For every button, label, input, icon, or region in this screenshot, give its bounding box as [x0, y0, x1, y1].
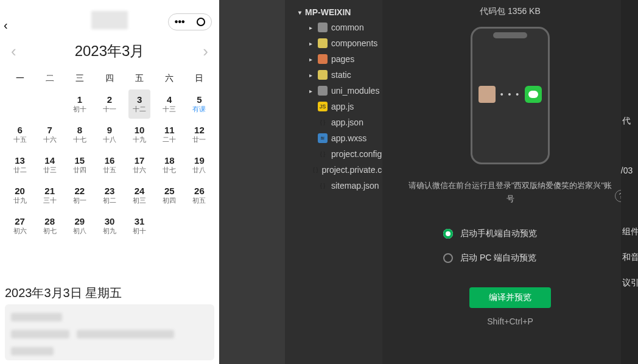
file-tree-item-label: pages [331, 54, 354, 64]
day-number: 28 [44, 217, 55, 227]
day-number: 25 [164, 186, 175, 197]
day-number: 23 [105, 186, 115, 197]
calendar-cell[interactable]: 3十二 [125, 89, 155, 119]
file-tree-item-label: uni_modules [331, 86, 379, 96]
calendar-cell [35, 89, 65, 119]
day-lunar: 初一 [73, 197, 86, 205]
day-lunar: 廿二 [13, 166, 27, 174]
day-lunar: 十三 [163, 105, 176, 113]
chevron-right-icon: ▸ [309, 72, 314, 79]
file-tree-root-label: MP-WEIXIN [305, 7, 351, 17]
day-number: 30 [105, 217, 115, 227]
calendar-cell[interactable]: 10十九 [125, 119, 155, 150]
day-lunar: 廿三 [43, 166, 57, 174]
selected-date-label: 2023年3月3日 星期五 [5, 285, 122, 301]
calendar-cell[interactable]: 6十五 [5, 119, 35, 150]
day-number: 9 [107, 125, 112, 136]
calendar-cell[interactable]: 30初九 [94, 211, 124, 241]
calendar-cell[interactable]: 20廿九 [5, 180, 35, 211]
day-number: 22 [75, 186, 85, 197]
capsule-menu-icon[interactable]: ••• [175, 16, 185, 27]
calendar-cell[interactable]: 25初四 [155, 180, 184, 211]
cal-next-icon[interactable]: › [203, 42, 208, 61]
calendar-cell[interactable]: 2十一 [94, 89, 124, 119]
day-lunar: 十七 [73, 136, 86, 144]
folder-icon [318, 23, 328, 32]
calendar-cell[interactable]: 7十六 [35, 119, 65, 150]
capsule-close-icon[interactable] [197, 18, 205, 26]
day-number: 5 [197, 95, 202, 105]
folder-icon [318, 86, 328, 96]
weekday-label: 一 [5, 68, 35, 89]
calendar-cell[interactable]: 9十八 [94, 119, 124, 150]
weekday-label: 六 [155, 68, 184, 89]
day-number: 26 [194, 186, 205, 197]
calendar-cell[interactable]: 21三十 [35, 180, 65, 211]
calendar-cell[interactable]: 22初一 [65, 180, 94, 211]
calendar-cell[interactable]: 11二十 [155, 119, 184, 150]
day-lunar: 初四 [163, 197, 176, 205]
radio-mobile-label: 启动手机端自动预览 [460, 228, 537, 239]
day-number: 12 [194, 125, 205, 136]
package-size-label: 代码包 1356 KB [397, 6, 623, 17]
sliver-text: 和音 [622, 252, 638, 263]
calendar-cell[interactable]: 19廿八 [184, 150, 214, 180]
back-icon[interactable]: ‹ [4, 18, 8, 32]
calendar-cell[interactable]: 26初五 [184, 180, 214, 211]
calendar-cell[interactable]: 14廿三 [35, 150, 65, 180]
calendar-cell[interactable]: 12廿一 [184, 119, 214, 150]
day-lunar: 廿六 [133, 166, 146, 174]
calendar-cell[interactable]: 1初十 [65, 89, 94, 119]
day-number: 3 [137, 95, 142, 105]
file-tree-item-label: app.js [331, 102, 354, 111]
calendar-cell[interactable]: 28初七 [35, 211, 65, 241]
day-lunar: 十一 [103, 105, 116, 113]
cal-title: 2023年3月 [75, 41, 145, 61]
file-icon: { } [318, 181, 328, 191]
day-lunar: 初八 [73, 227, 86, 235]
weekday-label: 二 [35, 68, 65, 89]
compile-preview-button[interactable]: 编译并预览 [469, 287, 551, 308]
calendar-cell[interactable]: 16廿五 [94, 150, 124, 180]
day-lunar: 初三 [133, 197, 146, 205]
day-lunar: 十二 [133, 105, 146, 113]
calendar-cell[interactable]: 8十七 [65, 119, 94, 150]
file-tree-item-label: sitemap.json [331, 181, 379, 191]
chevron-right-icon: ▸ [309, 56, 314, 63]
day-lunar: 廿九 [13, 197, 27, 205]
calendar-cell[interactable]: 13廿二 [5, 150, 35, 180]
calendar-cell[interactable]: 31初十 [125, 211, 155, 241]
day-lunar: 初九 [103, 227, 116, 235]
miniprogram-capsule[interactable]: ••• [168, 13, 212, 30]
radio-pc-preview[interactable]: 启动 PC 端自动预览 [443, 246, 577, 270]
calendar-cell[interactable]: 5有课 [184, 89, 214, 119]
day-number: 8 [77, 125, 82, 136]
radio-dot-icon [443, 229, 453, 239]
weekday-label: 五 [125, 68, 155, 89]
day-lunar: 十八 [103, 136, 116, 144]
calendar-cell[interactable]: 4十三 [155, 89, 184, 119]
calendar-cell[interactable]: 24初三 [125, 180, 155, 211]
console-sliver: 代 3/03 组件 和音 议引 [621, 0, 638, 364]
day-lunar: 廿四 [73, 166, 86, 174]
weekday-label: 日 [184, 68, 214, 89]
file-icon: ≋ [318, 133, 328, 143]
day-number: 2 [107, 95, 112, 105]
weekday-label: 四 [94, 68, 124, 89]
calendar-cell[interactable]: 23初二 [94, 180, 124, 211]
folder-icon [318, 54, 328, 64]
calendar-cell[interactable]: 17廿六 [125, 150, 155, 180]
day-number: 31 [135, 217, 145, 227]
cal-prev-icon[interactable]: ‹ [11, 42, 16, 61]
day-lunar: 十五 [13, 136, 27, 144]
radio-mobile-preview[interactable]: 启动手机端自动预览 [443, 222, 577, 246]
calendar-cell[interactable]: 18廿七 [155, 150, 184, 180]
weekday-label: 三 [65, 68, 94, 89]
calendar-cell[interactable]: 15廿四 [65, 150, 94, 180]
day-number: 16 [105, 156, 115, 166]
day-number: 7 [47, 125, 52, 136]
calendar-cell[interactable]: 29初八 [65, 211, 94, 241]
day-number: 14 [44, 156, 55, 166]
calendar-cell[interactable]: 27初六 [5, 211, 35, 241]
file-tree-item-label: components [331, 38, 377, 48]
